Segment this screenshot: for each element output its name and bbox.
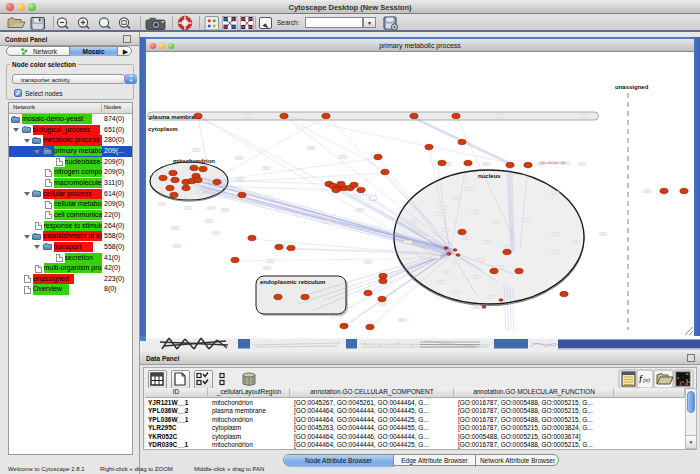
svg-text:mitochondrion: mitochondrion <box>173 158 215 164</box>
svg-text:endoplasmic reticulum: endoplasmic reticulum <box>260 279 325 285</box>
svg-text:nucleus: nucleus <box>478 173 501 179</box>
svg-text:(x): (x) <box>643 377 650 383</box>
svg-text:Unk-aldehyde-Unk: Unk-aldehyde-Unk <box>540 161 565 165</box>
svg-text:unassigned: unassigned <box>615 84 649 90</box>
svg-text:cytoplasm: cytoplasm <box>148 126 178 132</box>
